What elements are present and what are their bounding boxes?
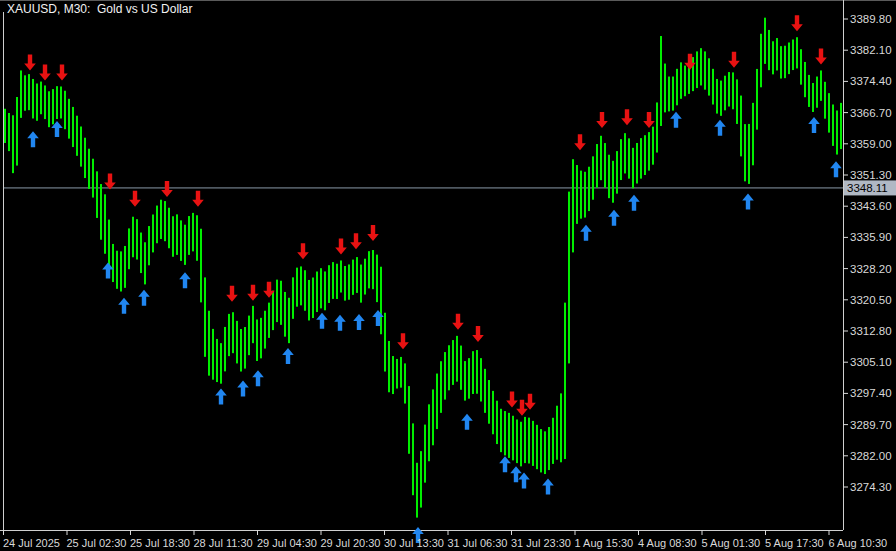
y-axis-label: 3289.70	[850, 419, 892, 431]
sell-arrow-icon[interactable]	[104, 174, 116, 190]
buy-arrow-icon[interactable]	[628, 195, 640, 211]
sell-arrow-icon[interactable]	[247, 285, 259, 301]
sell-arrow-icon[interactable]	[335, 238, 347, 254]
price-bar	[164, 201, 166, 241]
price-bar	[832, 104, 834, 145]
buy-arrow-icon[interactable]	[742, 194, 754, 210]
buy-arrow-icon[interactable]	[252, 370, 264, 386]
sell-arrow-icon[interactable]	[129, 191, 141, 207]
sell-arrow-icon[interactable]	[643, 112, 655, 128]
price-bar	[828, 93, 830, 132]
buy-arrow-icon[interactable]	[282, 348, 294, 364]
buy-arrow-icon[interactable]	[353, 314, 365, 330]
price-bar	[172, 216, 174, 257]
sell-arrow-icon[interactable]	[452, 314, 464, 330]
price-bar	[56, 86, 58, 119]
price-bar	[208, 311, 210, 376]
sell-arrow-icon[interactable]	[791, 15, 803, 31]
price-bar	[116, 251, 118, 289]
price-bar	[384, 313, 386, 372]
price-bar	[800, 49, 802, 84]
price-bar	[252, 306, 254, 343]
buy-arrow-icon[interactable]	[608, 210, 620, 226]
price-bar	[300, 266, 302, 305]
price-bar	[404, 363, 406, 403]
buy-arrow-icon[interactable]	[334, 315, 346, 331]
price-bar	[608, 155, 610, 198]
y-axis[interactable]: 3389.803382.103374.403366.703359.003351.…	[843, 13, 892, 493]
price-bar	[496, 401, 498, 444]
sell-arrow-icon[interactable]	[350, 233, 362, 249]
buy-arrow-icon[interactable]	[27, 131, 39, 147]
x-axis[interactable]: 24 Jul 202525 Jul 02:3025 Jul 18:3028 Ju…	[3, 530, 887, 549]
price-bar	[644, 135, 646, 175]
sell-arrow-icon[interactable]	[506, 392, 518, 408]
sell-arrow-icon[interactable]	[397, 333, 409, 349]
price-bar	[284, 292, 286, 337]
price-bar	[100, 184, 102, 240]
x-axis-label: 4 Aug 08:30	[638, 537, 697, 549]
price-bar	[396, 359, 398, 389]
price-bar	[748, 124, 750, 184]
price-bar	[544, 431, 546, 474]
chart-canvas[interactable]: 3389.803382.103374.403366.703359.003351.…	[0, 0, 896, 551]
sell-arrow-icon[interactable]	[574, 134, 586, 150]
y-axis-label: 3382.10	[850, 44, 892, 56]
x-axis-label: 25 Jul 18:30	[130, 537, 190, 549]
sell-arrow-icon[interactable]	[524, 394, 536, 410]
buy-arrow-icon[interactable]	[542, 478, 554, 494]
buy-arrow-icon[interactable]	[808, 117, 820, 133]
price-bar	[228, 314, 230, 356]
price-bar	[548, 427, 550, 470]
buy-arrow-icon[interactable]	[510, 466, 522, 482]
sell-arrow-icon[interactable]	[472, 326, 484, 342]
sell-arrow-icon[interactable]	[728, 52, 740, 68]
price-bar	[696, 51, 698, 88]
sell-arrow-icon[interactable]	[367, 225, 379, 241]
price-bar	[336, 264, 338, 299]
sell-arrow-icon[interactable]	[621, 109, 633, 125]
price-bar	[664, 64, 666, 113]
sell-arrow-icon[interactable]	[161, 181, 173, 197]
buy-arrow-icon[interactable]	[580, 225, 592, 241]
price-bar	[4, 109, 6, 143]
buy-arrow-icon[interactable]	[215, 389, 227, 405]
sell-arrow-icon[interactable]	[815, 48, 827, 64]
price-bar	[564, 303, 566, 459]
buy-arrow-icon[interactable]	[372, 310, 384, 326]
buy-arrow-icon[interactable]	[179, 272, 191, 288]
price-bar	[112, 244, 114, 282]
price-bar	[124, 246, 126, 288]
buy-arrow-icon[interactable]	[461, 414, 473, 430]
price-bar	[684, 66, 686, 97]
price-bar	[408, 386, 410, 454]
price-bar	[788, 43, 790, 75]
price-bar	[192, 213, 194, 251]
sell-arrow-icon[interactable]	[297, 243, 309, 259]
bars-group	[4, 18, 842, 518]
x-axis-label: 5 Aug 01:30	[702, 537, 761, 549]
price-bar	[456, 336, 458, 382]
sell-arrow-icon[interactable]	[192, 191, 204, 207]
sell-arrow-icon[interactable]	[516, 400, 528, 416]
price-bar	[808, 75, 810, 107]
buy-arrow-icon[interactable]	[138, 290, 150, 306]
price-bar	[700, 48, 702, 85]
buy-arrow-icon[interactable]	[499, 456, 511, 472]
sell-arrow-icon[interactable]	[226, 286, 238, 302]
price-bar	[276, 280, 278, 322]
sell-arrow-icon[interactable]	[24, 54, 36, 70]
sell-arrow-icon[interactable]	[596, 112, 608, 128]
buy-arrow-icon[interactable]	[316, 313, 328, 329]
buy-arrow-icon[interactable]	[118, 298, 130, 314]
price-bar	[632, 148, 634, 189]
buy-arrow-icon[interactable]	[830, 161, 842, 177]
price-bar	[776, 38, 778, 70]
buy-arrow-icon[interactable]	[670, 112, 682, 128]
price-bar	[728, 72, 730, 106]
sell-arrow-icon[interactable]	[56, 65, 68, 81]
buy-arrow-icon[interactable]	[714, 120, 726, 136]
buy-arrow-icon[interactable]	[518, 472, 530, 488]
sell-arrow-icon[interactable]	[39, 65, 51, 81]
buy-arrow-icon[interactable]	[237, 380, 249, 396]
